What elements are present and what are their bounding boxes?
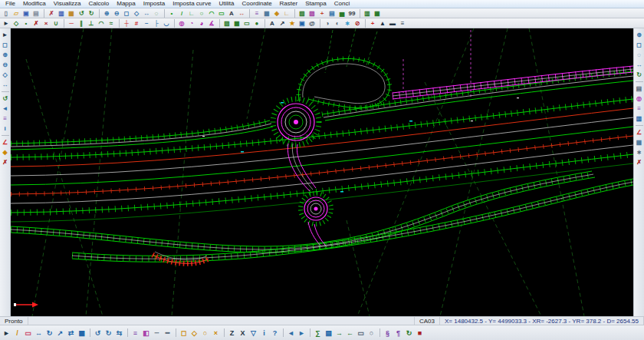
zoom-next-icon[interactable]: ↻	[104, 328, 113, 338]
print-icon[interactable]: ▤	[31, 8, 41, 18]
stop-icon[interactable]: ■	[415, 328, 425, 338]
menu-conci[interactable]: Conci	[330, 0, 353, 8]
layers-left-icon[interactable]: ≡	[1, 114, 10, 123]
settings-right-icon[interactable]: ∗	[635, 147, 644, 157]
menu-file[interactable]: File	[2, 0, 19, 8]
menu-visualizza[interactable]: Visualizza	[50, 0, 85, 8]
snap-left-icon[interactable]: ◈	[1, 147, 10, 157]
menu-raster[interactable]: Raster	[276, 0, 302, 8]
menu-mappa[interactable]: Mappa	[113, 0, 139, 8]
freeze-layer-icon[interactable]: ∗	[343, 18, 352, 28]
pencil-draw-icon[interactable]: /	[12, 328, 22, 338]
osnap-center-icon[interactable]: ○	[200, 328, 210, 338]
profile-table-icon[interactable]: ▦	[373, 8, 382, 18]
raster-tool-icon[interactable]: ▨	[307, 8, 317, 18]
join-line-icon[interactable]: ∪	[51, 18, 61, 28]
layer-off-icon[interactable]: ◐	[333, 18, 342, 28]
draw-spline-icon[interactable]: ≈	[107, 18, 116, 28]
redraw-icon[interactable]: ◌	[152, 8, 161, 18]
fill-region-icon[interactable]: ▩	[232, 18, 242, 28]
edit-vertex-icon[interactable]: ◇	[12, 18, 21, 28]
pointer-bottom-icon[interactable]: ►	[2, 328, 12, 338]
point-tool-icon[interactable]: •	[167, 8, 176, 18]
north-arrow-icon[interactable]: ▲	[378, 18, 387, 28]
block-icon[interactable]: ▣	[297, 18, 307, 28]
open-folder-icon[interactable]: ▱	[12, 8, 21, 18]
layers-right-icon[interactable]: ≡	[635, 104, 644, 113]
zoom-extents-icon[interactable]: ◇	[132, 8, 141, 18]
measure-coords-icon[interactable]: +	[368, 18, 377, 28]
macro-icon[interactable]: ¶	[393, 328, 403, 338]
symbol-icon[interactable]: ★	[288, 18, 297, 28]
rectangle-tool-icon[interactable]: ▭	[217, 8, 226, 18]
grid-toggle-icon[interactable]: ▦	[262, 8, 271, 18]
info-bottom-icon[interactable]: i	[259, 328, 269, 338]
osnap-intersection-icon[interactable]: ×	[211, 328, 221, 338]
letter-x-tool-icon[interactable]: X	[238, 328, 248, 338]
previous-view-icon[interactable]: ◄	[1, 104, 10, 113]
import-icon[interactable]: ←	[345, 328, 355, 338]
measure-right-icon[interactable]: ∠	[635, 127, 644, 137]
rotate-icon[interactable]: ↻	[44, 328, 54, 338]
zoom-previous-icon[interactable]: ↺	[93, 328, 103, 338]
draw-perpendicular-icon[interactable]: ⊥	[87, 18, 96, 28]
zoom-out-icon[interactable]: ⊖	[112, 8, 121, 18]
cross-section-table-icon[interactable]: ▥	[363, 8, 372, 18]
profile-view-icon[interactable]: ~	[142, 18, 151, 28]
menu-imposta[interactable]: Imposta	[140, 0, 169, 8]
draw-axis-icon[interactable]: ─	[67, 18, 76, 28]
preview-icon[interactable]: ○	[366, 328, 376, 338]
line-tool-icon[interactable]: /	[177, 8, 186, 18]
arc-tool-icon[interactable]: ◠	[207, 8, 216, 18]
cross-section-view-icon[interactable]: ├	[152, 18, 161, 28]
chart-tool-icon[interactable]: ▅	[337, 8, 347, 18]
run-calc-icon[interactable]: ∑	[313, 328, 323, 338]
ortho-toggle-icon[interactable]: ∟	[282, 8, 291, 18]
menu-modifica[interactable]: Modifica	[19, 0, 50, 8]
drawing-canvas[interactable]	[11, 28, 633, 316]
osnap-endpoint-icon[interactable]: ◻	[179, 328, 189, 338]
superelevation-icon[interactable]: ∡	[207, 18, 216, 28]
zoom-dynamic-icon[interactable]: ◌	[635, 50, 644, 59]
scale-bar-icon[interactable]: ▬	[388, 18, 397, 28]
menu-calcolo[interactable]: Calcolo	[85, 0, 113, 8]
new-file-icon[interactable]: ▯	[2, 8, 11, 18]
info-left-icon[interactable]: i	[1, 124, 10, 133]
menu-utilit-[interactable]: Utilità	[215, 0, 238, 8]
array-icon[interactable]: ▦	[77, 328, 87, 338]
coordinate-tool-icon[interactable]: +	[317, 8, 327, 18]
export-icon[interactable]: →	[334, 328, 344, 338]
lock-layer-icon[interactable]: ⊘	[353, 18, 362, 28]
mirror-icon[interactable]: ⇄	[66, 328, 76, 338]
update-icon[interactable]: ↻	[404, 328, 414, 338]
pan-left-icon[interactable]: ↔	[1, 80, 10, 89]
grid-right-icon[interactable]: ▦	[635, 137, 644, 147]
zoom-in-left-icon[interactable]: ⊕	[1, 50, 10, 59]
delete-vertex-icon[interactable]: ✗	[31, 18, 41, 28]
zoom-window-left-icon[interactable]: ◻	[1, 40, 10, 49]
pan-icon[interactable]: ↔	[142, 8, 151, 18]
snap-toggle-icon[interactable]: ◈	[272, 8, 281, 18]
zoom-window-right-icon[interactable]: ◻	[635, 40, 644, 49]
lineweight-icon[interactable]: ━	[163, 328, 172, 338]
zoom-out-left-icon[interactable]: ⊖	[1, 60, 10, 69]
redraw-left-icon[interactable]: ↺	[1, 94, 10, 103]
redo-icon[interactable]: ↻	[87, 8, 96, 18]
zoom-window-icon[interactable]: ◻	[122, 8, 131, 18]
move-icon[interactable]: ↔	[34, 328, 44, 338]
menu-coordinate[interactable]: Coordinate	[238, 0, 275, 8]
orbit-icon[interactable]: ◎	[635, 94, 644, 103]
layer-on-icon[interactable]: ◑	[323, 18, 332, 28]
zoom-realtime-icon[interactable]: ⊕	[635, 30, 644, 39]
erase-mode-icon[interactable]: ✗	[1, 157, 10, 167]
filter-icon[interactable]: ▽	[248, 328, 258, 338]
print-area-icon[interactable]: ▭	[356, 328, 366, 338]
dimension-tool-icon[interactable]: ↔	[237, 8, 246, 18]
regen-icon[interactable]: ↻	[635, 70, 644, 79]
zoom-in-icon[interactable]: ⊕	[102, 8, 111, 18]
help-icon[interactable]: ?	[270, 328, 280, 338]
paste-icon[interactable]: ▦	[67, 8, 76, 18]
layers-icon[interactable]: ≡	[252, 8, 261, 18]
circle-tool-icon[interactable]: ○	[197, 8, 206, 18]
erase-icon[interactable]: ▭	[23, 328, 33, 338]
